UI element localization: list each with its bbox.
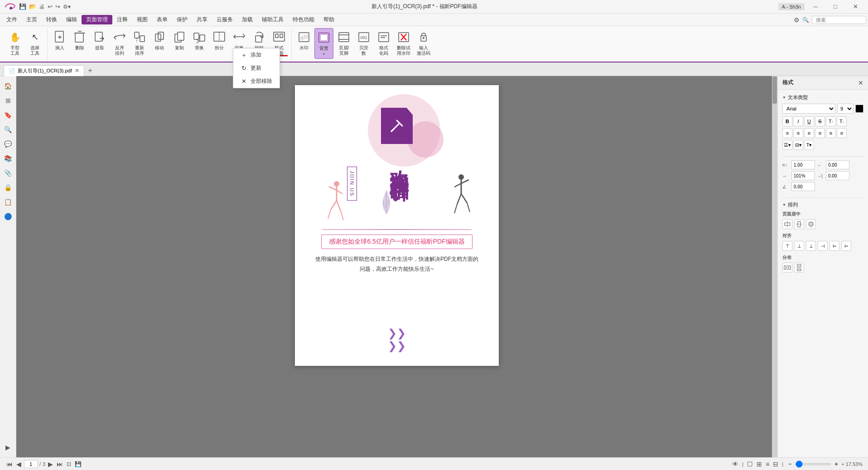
tab-pdf[interactable]: 📄 新人引导(1)_OCR(3).pdf ✕ <box>4 65 84 76</box>
dropdown-add[interactable]: ＋ 添加 <box>233 48 280 62</box>
italic-button[interactable]: I <box>793 116 803 126</box>
remove-trial-watermark-button[interactable]: 删除试用水印 <box>394 28 413 59</box>
sidebar-field-btn[interactable]: 📋 <box>2 196 14 208</box>
tab-close-icon[interactable]: ✕ <box>75 67 79 74</box>
align-right-button[interactable]: ≡ <box>804 128 814 138</box>
settings-icon[interactable]: ⚙ <box>794 16 800 24</box>
view-double-button[interactable]: ⊞ <box>757 460 762 468</box>
sidebar-thumbnail-btn[interactable]: ⊞ <box>2 94 14 107</box>
bold-button[interactable]: B <box>782 116 792 126</box>
align-justify2-button[interactable]: ≡ <box>826 128 836 138</box>
delete-page-button[interactable]: 删除 <box>70 28 89 59</box>
restore-button[interactable]: □ <box>826 0 844 13</box>
angle-input[interactable] <box>791 182 815 191</box>
header-footer-button[interactable]: 页眉/页脚 <box>334 28 353 59</box>
menu-protect[interactable]: 保护 <box>172 15 192 24</box>
menu-convert[interactable]: 转换 <box>42 15 62 24</box>
menu-addon[interactable]: 加载 <box>237 15 257 24</box>
zoom-in-button[interactable]: ＋ <box>833 460 839 468</box>
align-top-button[interactable]: ⊤ <box>782 241 792 251</box>
split-button[interactable]: 拆分 <box>210 28 229 59</box>
line-spacing-input[interactable] <box>791 160 815 169</box>
menu-share[interactable]: 共享 <box>192 15 212 24</box>
menu-cloud[interactable]: 云服务 <box>212 15 237 24</box>
align-justify-button[interactable]: ≡ <box>815 128 825 138</box>
scale-input[interactable] <box>791 171 815 180</box>
menu-file[interactable]: 文件 <box>2 15 22 24</box>
background-button[interactable]: 背景 ▾ <box>314 28 333 59</box>
menu-features[interactable]: 特色功能 <box>288 15 319 24</box>
sidebar-attach-btn[interactable]: 📎 <box>2 167 14 179</box>
menu-edit[interactable]: 编辑 <box>62 15 82 24</box>
distribute-h-button[interactable] <box>782 263 792 273</box>
add-tab-button[interactable]: + <box>85 66 95 76</box>
sidebar-expand-btn[interactable]: ▶ <box>2 441 14 454</box>
font-family-select[interactable]: Arial <box>782 104 835 114</box>
reorder-button[interactable]: 重新排序 <box>130 28 149 59</box>
close-button[interactable]: ✕ <box>846 0 864 13</box>
sidebar-bookmark-btn[interactable]: 🔖 <box>2 109 14 121</box>
menu-home[interactable]: 主页 <box>22 15 42 24</box>
quick-open-icon[interactable]: 📂 <box>29 3 36 10</box>
go-first-button[interactable]: ⏮ <box>5 460 14 468</box>
subscript-button[interactable]: T↓ <box>837 116 847 126</box>
bates-button[interactable]: 001 贝茨数 <box>354 28 373 59</box>
redo-icon[interactable]: ↪ <box>55 3 60 10</box>
sidebar-search-btn[interactable]: 🔍 <box>2 123 14 136</box>
page-number-input[interactable] <box>24 460 38 468</box>
sidebar-security-btn[interactable]: 🔒 <box>2 181 14 194</box>
go-last-button[interactable]: ⏭ <box>56 460 64 468</box>
center-h-button[interactable] <box>782 219 792 229</box>
align-bottom-button[interactable]: ⊥ <box>806 241 816 251</box>
align-lleft-button[interactable]: ⊣ <box>818 241 828 251</box>
dropdown-update[interactable]: ↻ 更新 <box>233 62 280 75</box>
center-both-button[interactable] <box>806 219 816 229</box>
align-vmid-button[interactable]: ⊥ <box>794 241 804 251</box>
sidebar-home-btn[interactable]: 🏠 <box>2 80 14 92</box>
format-code-button[interactable]: 格式化码 <box>374 28 393 59</box>
align-left-button[interactable]: ≡ <box>782 128 792 138</box>
distribute-v-button[interactable] <box>794 263 804 273</box>
scrollbar-thumb[interactable] <box>772 77 777 104</box>
align-rright-button[interactable]: ⊢ <box>841 241 851 251</box>
move-button[interactable]: 移动 <box>150 28 169 59</box>
numbered-list-button[interactable]: ⊟▾ <box>793 140 803 150</box>
spacing2-input[interactable] <box>826 171 849 180</box>
activation-button[interactable]: 输入激活码 <box>414 28 433 59</box>
underline-button[interactable]: U <box>804 116 814 126</box>
sidebar-stamp-btn[interactable]: 🔵 <box>2 210 14 223</box>
replace-button[interactable]: 替换 <box>190 28 209 59</box>
menu-help[interactable]: 帮助 <box>319 15 339 24</box>
sidebar-layers-btn[interactable]: 📚 <box>2 152 14 165</box>
strikethrough-button[interactable]: S <box>815 116 825 126</box>
panel-close-button[interactable]: ✕ <box>858 79 863 86</box>
vertical-scrollbar[interactable] <box>772 76 777 457</box>
select-tool-button[interactable]: ↖ 选择工具 <box>25 28 44 59</box>
undo-icon[interactable]: ↩ <box>48 3 53 10</box>
list-style-button[interactable]: ☰▾ <box>782 140 792 150</box>
text-size-button[interactable]: T▾ <box>804 140 814 150</box>
save-page-button[interactable]: 💾 <box>74 461 82 467</box>
document-area[interactable]: JOIN US 欢迎来到福昕 <box>16 76 777 457</box>
extract-page-button[interactable]: 提取 <box>90 28 109 59</box>
search-input[interactable] <box>812 16 866 24</box>
view-single-button[interactable]: ☐ <box>747 460 753 468</box>
fit-page-button[interactable]: ⊡ <box>66 461 72 467</box>
menu-annotate[interactable]: 注释 <box>112 15 132 24</box>
align-justify3-button[interactable]: ≡ <box>837 128 847 138</box>
font-color-box[interactable] <box>855 105 863 113</box>
view-scroll-button[interactable]: ≡ <box>766 460 769 468</box>
menu-tools[interactable]: 辅助工具 <box>257 15 288 24</box>
dropdown-remove-all[interactable]: ✕ 全部移除 <box>233 75 280 88</box>
center-v-button[interactable] <box>794 219 804 229</box>
go-prev-button[interactable]: ◀ <box>15 460 22 468</box>
sidebar-comment-btn[interactable]: 💬 <box>2 138 14 150</box>
menu-view[interactable]: 视图 <box>132 15 152 24</box>
indent-input[interactable] <box>826 160 849 169</box>
menu-form[interactable]: 表单 <box>152 15 172 24</box>
copy-button[interactable]: 复制 <box>170 28 189 59</box>
watermark-button[interactable]: 水印 水印 <box>294 28 313 59</box>
view-grid-button[interactable]: ⊟ <box>773 460 778 468</box>
insert-page-button[interactable]: 插入 <box>50 28 69 59</box>
superscript-button[interactable]: T↑ <box>826 116 836 126</box>
